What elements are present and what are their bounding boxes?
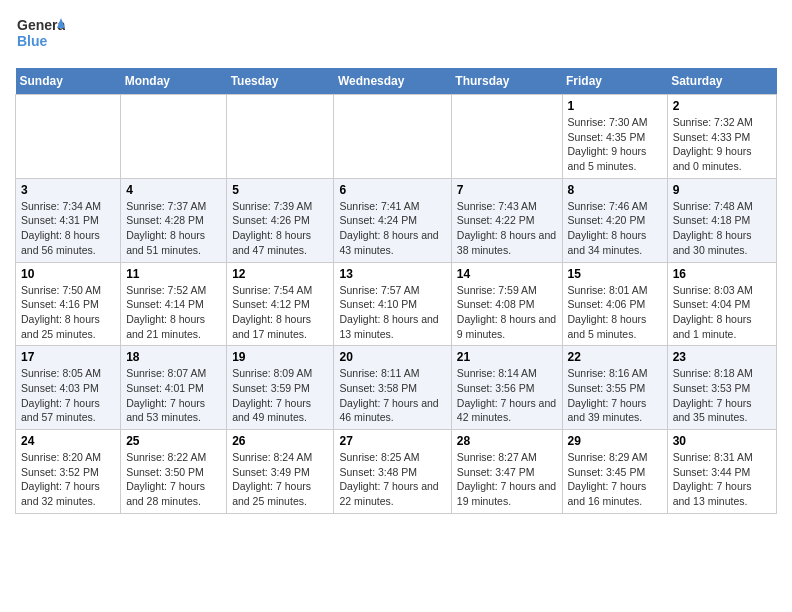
day-cell-empty xyxy=(227,95,334,179)
day-number: 17 xyxy=(21,350,115,364)
day-number: 28 xyxy=(457,434,557,448)
day-cell-27: 27Sunrise: 8:25 AMSunset: 3:48 PMDayligh… xyxy=(334,430,451,514)
day-number: 16 xyxy=(673,267,771,281)
day-cell-24: 24Sunrise: 8:20 AMSunset: 3:52 PMDayligh… xyxy=(16,430,121,514)
logo-svg: General Blue xyxy=(15,10,65,60)
day-number: 15 xyxy=(568,267,662,281)
day-cell-12: 12Sunrise: 7:54 AMSunset: 4:12 PMDayligh… xyxy=(227,262,334,346)
day-info: Sunrise: 7:59 AMSunset: 4:08 PMDaylight:… xyxy=(457,283,557,342)
day-info: Sunrise: 7:50 AMSunset: 4:16 PMDaylight:… xyxy=(21,283,115,342)
day-info: Sunrise: 8:27 AMSunset: 3:47 PMDaylight:… xyxy=(457,450,557,509)
day-info: Sunrise: 8:31 AMSunset: 3:44 PMDaylight:… xyxy=(673,450,771,509)
day-cell-empty xyxy=(121,95,227,179)
day-cell-30: 30Sunrise: 8:31 AMSunset: 3:44 PMDayligh… xyxy=(667,430,776,514)
day-cell-7: 7Sunrise: 7:43 AMSunset: 4:22 PMDaylight… xyxy=(451,178,562,262)
day-number: 3 xyxy=(21,183,115,197)
day-cell-2: 2Sunrise: 7:32 AMSunset: 4:33 PMDaylight… xyxy=(667,95,776,179)
day-number: 2 xyxy=(673,99,771,113)
day-cell-19: 19Sunrise: 8:09 AMSunset: 3:59 PMDayligh… xyxy=(227,346,334,430)
day-number: 29 xyxy=(568,434,662,448)
column-header-saturday: Saturday xyxy=(667,68,776,95)
calendar-table: SundayMondayTuesdayWednesdayThursdayFrid… xyxy=(15,68,777,514)
day-info: Sunrise: 7:52 AMSunset: 4:14 PMDaylight:… xyxy=(126,283,221,342)
day-number: 18 xyxy=(126,350,221,364)
day-number: 23 xyxy=(673,350,771,364)
day-cell-10: 10Sunrise: 7:50 AMSunset: 4:16 PMDayligh… xyxy=(16,262,121,346)
day-info: Sunrise: 7:30 AMSunset: 4:35 PMDaylight:… xyxy=(568,115,662,174)
day-number: 27 xyxy=(339,434,445,448)
day-number: 19 xyxy=(232,350,328,364)
day-info: Sunrise: 8:03 AMSunset: 4:04 PMDaylight:… xyxy=(673,283,771,342)
day-info: Sunrise: 8:29 AMSunset: 3:45 PMDaylight:… xyxy=(568,450,662,509)
column-header-friday: Friday xyxy=(562,68,667,95)
column-header-sunday: Sunday xyxy=(16,68,121,95)
day-number: 5 xyxy=(232,183,328,197)
week-row-3: 10Sunrise: 7:50 AMSunset: 4:16 PMDayligh… xyxy=(16,262,777,346)
day-cell-29: 29Sunrise: 8:29 AMSunset: 3:45 PMDayligh… xyxy=(562,430,667,514)
svg-text:General: General xyxy=(17,17,65,33)
header: General Blue xyxy=(15,10,777,60)
day-cell-28: 28Sunrise: 8:27 AMSunset: 3:47 PMDayligh… xyxy=(451,430,562,514)
day-number: 30 xyxy=(673,434,771,448)
day-number: 8 xyxy=(568,183,662,197)
day-cell-empty xyxy=(451,95,562,179)
week-row-2: 3Sunrise: 7:34 AMSunset: 4:31 PMDaylight… xyxy=(16,178,777,262)
day-info: Sunrise: 7:37 AMSunset: 4:28 PMDaylight:… xyxy=(126,199,221,258)
day-cell-22: 22Sunrise: 8:16 AMSunset: 3:55 PMDayligh… xyxy=(562,346,667,430)
day-info: Sunrise: 8:05 AMSunset: 4:03 PMDaylight:… xyxy=(21,366,115,425)
day-cell-empty xyxy=(334,95,451,179)
day-cell-5: 5Sunrise: 7:39 AMSunset: 4:26 PMDaylight… xyxy=(227,178,334,262)
day-cell-26: 26Sunrise: 8:24 AMSunset: 3:49 PMDayligh… xyxy=(227,430,334,514)
logo: General Blue xyxy=(15,10,65,60)
day-number: 12 xyxy=(232,267,328,281)
week-row-4: 17Sunrise: 8:05 AMSunset: 4:03 PMDayligh… xyxy=(16,346,777,430)
day-number: 1 xyxy=(568,99,662,113)
day-number: 4 xyxy=(126,183,221,197)
day-cell-6: 6Sunrise: 7:41 AMSunset: 4:24 PMDaylight… xyxy=(334,178,451,262)
day-number: 11 xyxy=(126,267,221,281)
day-info: Sunrise: 8:22 AMSunset: 3:50 PMDaylight:… xyxy=(126,450,221,509)
day-info: Sunrise: 8:20 AMSunset: 3:52 PMDaylight:… xyxy=(21,450,115,509)
column-header-thursday: Thursday xyxy=(451,68,562,95)
day-number: 13 xyxy=(339,267,445,281)
column-header-tuesday: Tuesday xyxy=(227,68,334,95)
day-cell-17: 17Sunrise: 8:05 AMSunset: 4:03 PMDayligh… xyxy=(16,346,121,430)
day-cell-21: 21Sunrise: 8:14 AMSunset: 3:56 PMDayligh… xyxy=(451,346,562,430)
day-number: 21 xyxy=(457,350,557,364)
day-cell-empty xyxy=(16,95,121,179)
day-cell-3: 3Sunrise: 7:34 AMSunset: 4:31 PMDaylight… xyxy=(16,178,121,262)
day-number: 7 xyxy=(457,183,557,197)
day-number: 10 xyxy=(21,267,115,281)
day-cell-8: 8Sunrise: 7:46 AMSunset: 4:20 PMDaylight… xyxy=(562,178,667,262)
day-info: Sunrise: 7:48 AMSunset: 4:18 PMDaylight:… xyxy=(673,199,771,258)
column-header-monday: Monday xyxy=(121,68,227,95)
day-cell-9: 9Sunrise: 7:48 AMSunset: 4:18 PMDaylight… xyxy=(667,178,776,262)
column-header-wednesday: Wednesday xyxy=(334,68,451,95)
day-number: 9 xyxy=(673,183,771,197)
day-info: Sunrise: 8:07 AMSunset: 4:01 PMDaylight:… xyxy=(126,366,221,425)
day-info: Sunrise: 8:14 AMSunset: 3:56 PMDaylight:… xyxy=(457,366,557,425)
day-cell-1: 1Sunrise: 7:30 AMSunset: 4:35 PMDaylight… xyxy=(562,95,667,179)
day-cell-4: 4Sunrise: 7:37 AMSunset: 4:28 PMDaylight… xyxy=(121,178,227,262)
svg-text:Blue: Blue xyxy=(17,33,48,49)
day-info: Sunrise: 7:57 AMSunset: 4:10 PMDaylight:… xyxy=(339,283,445,342)
day-number: 6 xyxy=(339,183,445,197)
day-cell-16: 16Sunrise: 8:03 AMSunset: 4:04 PMDayligh… xyxy=(667,262,776,346)
day-info: Sunrise: 7:46 AMSunset: 4:20 PMDaylight:… xyxy=(568,199,662,258)
day-number: 20 xyxy=(339,350,445,364)
day-cell-23: 23Sunrise: 8:18 AMSunset: 3:53 PMDayligh… xyxy=(667,346,776,430)
day-number: 26 xyxy=(232,434,328,448)
header-row: SundayMondayTuesdayWednesdayThursdayFrid… xyxy=(16,68,777,95)
day-cell-15: 15Sunrise: 8:01 AMSunset: 4:06 PMDayligh… xyxy=(562,262,667,346)
day-info: Sunrise: 7:34 AMSunset: 4:31 PMDaylight:… xyxy=(21,199,115,258)
day-info: Sunrise: 7:43 AMSunset: 4:22 PMDaylight:… xyxy=(457,199,557,258)
day-number: 25 xyxy=(126,434,221,448)
day-cell-18: 18Sunrise: 8:07 AMSunset: 4:01 PMDayligh… xyxy=(121,346,227,430)
day-number: 14 xyxy=(457,267,557,281)
day-cell-13: 13Sunrise: 7:57 AMSunset: 4:10 PMDayligh… xyxy=(334,262,451,346)
day-info: Sunrise: 8:01 AMSunset: 4:06 PMDaylight:… xyxy=(568,283,662,342)
day-number: 22 xyxy=(568,350,662,364)
day-info: Sunrise: 8:24 AMSunset: 3:49 PMDaylight:… xyxy=(232,450,328,509)
day-cell-25: 25Sunrise: 8:22 AMSunset: 3:50 PMDayligh… xyxy=(121,430,227,514)
day-info: Sunrise: 8:11 AMSunset: 3:58 PMDaylight:… xyxy=(339,366,445,425)
